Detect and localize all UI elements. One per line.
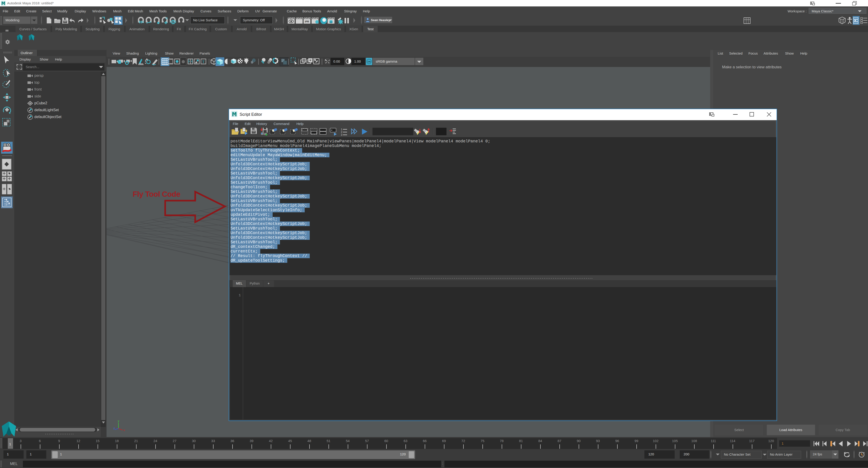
svg-text:T: T xyxy=(202,60,205,64)
svg-text:3: 3 xyxy=(341,134,342,136)
svg-text:IPR: IPR xyxy=(305,20,309,23)
svg-text:1: 1 xyxy=(341,128,342,131)
svg-text:y: y xyxy=(118,420,119,422)
svg-text:z: z xyxy=(114,427,115,430)
svg-text:ON: ON xyxy=(367,61,371,63)
svg-text:2: 2 xyxy=(341,131,342,134)
svg-text:w: w xyxy=(331,129,332,131)
svg-text:x: x xyxy=(123,428,125,432)
